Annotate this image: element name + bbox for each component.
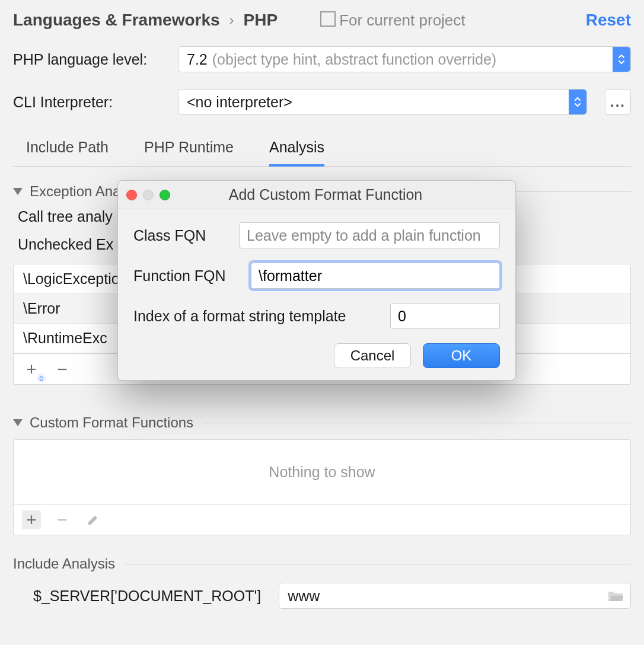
tab-analysis[interactable]: Analysis — [269, 139, 324, 167]
document-root-label: $_SERVER['DOCUMENT_ROOT'] — [33, 587, 261, 605]
chevron-updown-icon — [613, 47, 630, 72]
add-custom-format-function-dialog: Add Custom Format Function Class FQN Fun… — [117, 180, 516, 381]
reset-link[interactable]: Reset — [586, 11, 631, 30]
dialog-title: Add Custom Format Function — [144, 186, 507, 203]
cli-interpreter-label: CLI Interpreter: — [13, 94, 166, 111]
include-analysis-title: Include Analysis — [13, 555, 115, 572]
custom-format-functions-title: Custom Format Functions — [30, 414, 193, 431]
document-root-input[interactable]: www — [279, 583, 631, 609]
breadcrumb-leaf: PHP — [244, 11, 278, 30]
ok-button[interactable]: OK — [423, 343, 500, 368]
function-fqn-input[interactable] — [251, 263, 500, 289]
php-language-level-label: PHP language level: — [13, 51, 166, 68]
chevron-right-icon: › — [229, 12, 234, 28]
breadcrumb: Languages & Frameworks › PHP For current… — [13, 11, 631, 30]
format-index-label: Index of a format string template — [133, 308, 346, 325]
remove-button[interactable]: − — [53, 510, 72, 529]
breadcrumb-root[interactable]: Languages & Frameworks — [13, 11, 220, 30]
browse-interpreters-button[interactable]: ... — [605, 89, 631, 115]
format-index-input[interactable] — [390, 303, 500, 329]
close-icon[interactable] — [126, 190, 137, 200]
cancel-button[interactable]: Cancel — [334, 343, 411, 368]
tab-php-runtime[interactable]: PHP Runtime — [144, 139, 234, 167]
add-class-button[interactable]: + — [22, 360, 41, 379]
php-language-level-select[interactable]: 7.2 (object type hint, abstract function… — [178, 46, 631, 72]
scope-hint: For current project — [323, 11, 465, 30]
custom-format-functions-list: Nothing to show — [13, 439, 631, 504]
collapse-icon[interactable] — [13, 188, 23, 195]
remove-button[interactable]: − — [53, 360, 72, 379]
folder-icon[interactable] — [608, 589, 623, 602]
class-fqn-label: Class FQN — [133, 227, 228, 244]
class-fqn-input[interactable] — [239, 222, 500, 248]
add-button[interactable]: + — [22, 510, 41, 529]
edit-button[interactable] — [84, 510, 103, 529]
cli-interpreter-select[interactable]: <no interpreter> — [178, 89, 587, 115]
tab-include-path[interactable]: Include Path — [26, 139, 109, 167]
project-scope-icon — [323, 14, 336, 27]
function-fqn-label: Function FQN — [133, 267, 240, 285]
collapse-icon[interactable] — [13, 419, 23, 426]
chevron-updown-icon — [569, 90, 586, 114]
